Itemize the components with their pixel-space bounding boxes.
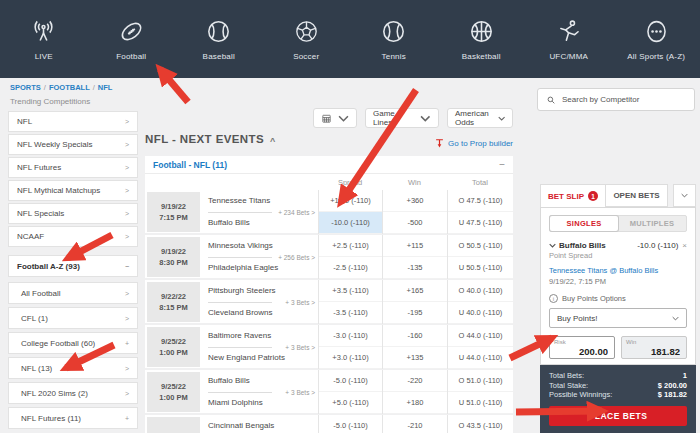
place-bets-button[interactable]: PLACE BETS [549,406,687,426]
event-datetime: 9/22/228:15 PM [147,282,200,322]
calendar-filter-button[interactable] [313,108,357,128]
collapse-caret-icon[interactable]: ^ [270,136,276,146]
prop-builder-link[interactable]: Go to Prop builder [435,138,513,149]
event-time: 1:00 PM [159,348,187,357]
spread-odds-cell[interactable]: +5.0 (-110) [319,392,382,414]
nav-item-ufc-mma[interactable]: UFC/MMA [525,0,613,78]
total-odds-cell[interactable]: U 40.0 (-110) [448,302,513,324]
more-bets-link[interactable]: + 3 Bets > [285,344,315,351]
win-odds-cell[interactable]: -160 [383,325,447,347]
spread-odds-cell[interactable]: +10.0 (-110) [319,190,382,212]
sidebar-item-all-football[interactable]: All Football> [8,282,138,304]
sidebar-item-nfl-futures[interactable]: NFL Futures> [8,157,138,178]
singles-tab[interactable]: SINGLES [550,216,618,231]
selection-event-link[interactable]: Tennessee Titans @ Buffalo Bills [549,266,687,275]
info-icon[interactable]: i [549,294,558,303]
chevron-down-icon[interactable] [549,243,556,248]
sidebar-item-nfl-13[interactable]: NFL (13)> [8,357,138,379]
tab-bet-slip[interactable]: BET SLIP 1 [540,184,606,207]
win-odds-cell[interactable]: -210 [383,415,447,433]
sidebar-item-ncaaf[interactable]: NCAAF> [8,226,138,247]
nav-item-basketball[interactable]: Basketball [438,0,526,78]
win-odds-cell[interactable]: +115 [383,235,447,257]
remove-selection-icon[interactable]: × [682,241,687,250]
breadcrumb-item-football[interactable]: FOOTBALL [49,83,90,92]
sidebar-item-nfl-weekly-specials[interactable]: NFL Weekly Specials> [8,134,138,155]
win-odds-cell[interactable]: -220 [383,370,447,392]
total-odds-cell[interactable]: O 50.5 (-110) [448,235,513,257]
sidebar-item-nfl-mythical-matchups[interactable]: NFL Mythical Matchups> [8,180,138,201]
calendar-icon [321,113,332,124]
spread-odds-cell[interactable]: +2.5 (-110) [319,235,382,257]
nav-item-all-sports-a-z[interactable]: All Sports (A-Z) [613,0,700,78]
spread-odds-cell[interactable]: -5.0 (-110) [319,370,382,392]
total-odds-cell[interactable]: U 50.5 (-110) [448,257,513,279]
nav-item-live[interactable]: LIVE [0,0,88,78]
competitor-search[interactable] [537,88,695,111]
more-bets-link[interactable]: + 234 Bets > [278,209,315,216]
event-row: 9/25/221:00 PMBaltimore RavensNew Englan… [145,325,513,370]
nav-item-tennis[interactable]: Tennis [350,0,438,78]
spread-odds-cell[interactable]: -2.5 (-110) [319,257,382,279]
sidebar-item-nfl-specials[interactable]: NFL Specials> [8,203,138,224]
tab-open-bets[interactable]: OPEN BETS [606,184,668,207]
buy-points-select[interactable]: Buy Points! [549,308,687,328]
win-odds-cell[interactable]: -135 [383,257,447,279]
event-row: 9/19/227:15 PMTennessee TitansBuffalo Bi… [145,190,513,235]
odds-format-select[interactable]: American Odds [447,108,513,128]
nav-item-baseball[interactable]: Baseball [175,0,263,78]
league-section-bar[interactable]: Football - NFL (11) − [145,156,513,174]
date-cell: 9/19/227:15 PM [145,190,202,234]
spread-odds-cell[interactable]: -3.5 (-110) [319,302,382,324]
sidebar-item-nfl-futures-11[interactable]: NFL Futures (11)+ [8,407,138,429]
total-odds-cell[interactable]: U 47.5 (-110) [448,212,513,234]
sidebar-item-nfl-2020-sims-2[interactable]: NFL 2020 Sims (2)> [8,382,138,404]
game-lines-select[interactable]: Game Lines [365,108,439,128]
win-odds-cell[interactable]: +360 [383,190,447,212]
total-odds-cell[interactable]: O 40.0 (-110) [448,280,513,302]
nav-item-soccer[interactable]: Soccer [263,0,351,78]
event-datetime: 9/19/228:30 PM [147,237,200,277]
win-odds-cell[interactable]: -500 [383,212,447,234]
sidebar-item-label: NFL (13) [21,364,52,373]
bet-mode-toggle: SINGLES MULTIPLES [549,215,687,232]
win-odds-cell[interactable]: +180 [383,392,447,414]
spread-odds-cell[interactable]: -10.0 (-110) [319,212,382,234]
total-odds-cell[interactable]: O 43.5 (-110) [448,415,513,433]
football-icon [118,18,145,45]
chevron-right-icon: > [125,164,129,171]
breadcrumb-item-nfl[interactable]: NFL [98,83,113,92]
minus-icon[interactable]: − [125,263,129,270]
sidebar-item-football-a-z[interactable]: Football A-Z (93) − [8,255,138,277]
column-header-spread: Spread [318,174,382,190]
sidebar-item-college-football-60[interactable]: College Football (60)+ [8,332,138,354]
divider [208,212,272,213]
more-bets-link[interactable]: + 256 Bets > [278,254,315,261]
risk-input[interactable] [550,337,614,358]
nav-item-football[interactable]: Football [88,0,176,78]
more-bets-link[interactable]: + 3 Bets > [285,389,315,396]
multiples-tab[interactable]: MULTIPLES [618,216,686,231]
sidebar-item-cfl-1[interactable]: CFL (1)> [8,307,138,329]
spread-odds-cell[interactable]: +3.5 (-110) [319,280,382,302]
breadcrumb-item-sports[interactable]: SPORTS [10,83,41,92]
win-odds-cell[interactable]: +135 [383,347,447,369]
win-odds-cell[interactable]: +165 [383,280,447,302]
total-odds-cell[interactable]: U 51.0 (-110) [448,392,513,414]
spread-odds-cell[interactable]: +3.0 (-110) [319,347,382,369]
spread-column: +3.5 (-110)-3.5 (-110) [318,280,382,324]
total-odds-cell[interactable]: O 44.0 (-110) [448,325,513,347]
sidebar-item-nfl[interactable]: NFL> [8,111,138,132]
total-odds-cell[interactable]: O 51.0 (-110) [448,370,513,392]
total-odds-cell[interactable]: O 47.5 (-110) [448,190,513,212]
spread-odds-cell[interactable]: -5.0 (-110) [319,415,382,433]
teams-cell: Tennessee TitansBuffalo Bills+ 234 Bets … [202,190,318,234]
spread-column: -5.0 (-110) [318,415,382,433]
more-bets-link[interactable]: + 3 Bets > [285,299,315,306]
collapse-minus-icon[interactable]: − [499,159,505,170]
search-input[interactable] [562,95,686,104]
betslip-collapse-button[interactable] [673,184,696,207]
win-odds-cell[interactable]: -195 [383,302,447,324]
total-odds-cell[interactable]: U 44.0 (-110) [448,347,513,369]
spread-odds-cell[interactable]: -3.0 (-110) [319,325,382,347]
